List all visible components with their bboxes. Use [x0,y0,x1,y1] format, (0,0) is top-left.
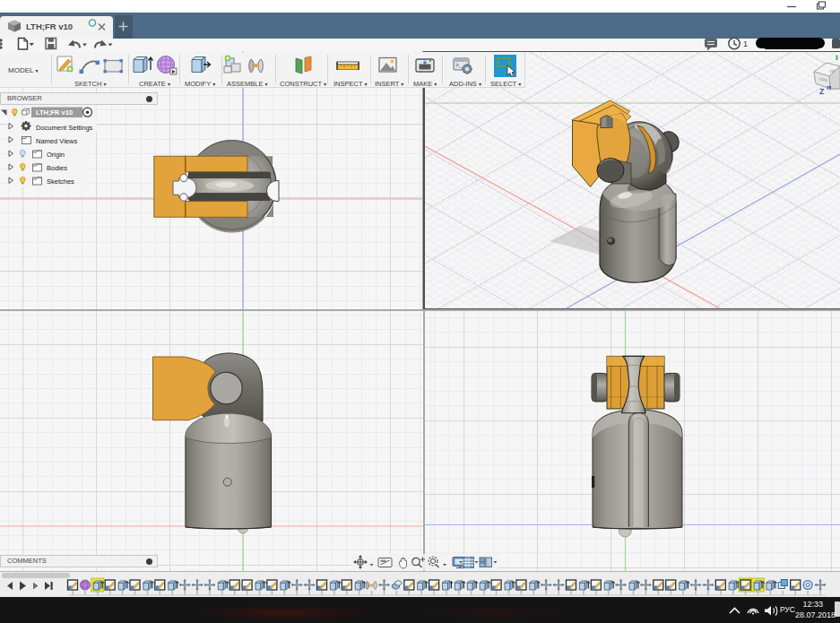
svg-text:Document Settings: Document Settings [36,124,93,132]
svg-text:Origin: Origin [47,151,65,159]
svg-text:Z: Z [819,87,824,96]
svg-text:Bodies: Bodies [47,164,67,172]
svg-text:1: 1 [743,39,748,48]
svg-text:Named Views: Named Views [36,137,77,145]
svg-text:LTH;FR v10: LTH;FR v10 [36,108,73,117]
svg-text:LTH;FR v10: LTH;FR v10 [26,22,73,31]
svg-text:Sketches: Sketches [47,177,74,186]
svg-text:>_: >_ [455,63,463,69]
